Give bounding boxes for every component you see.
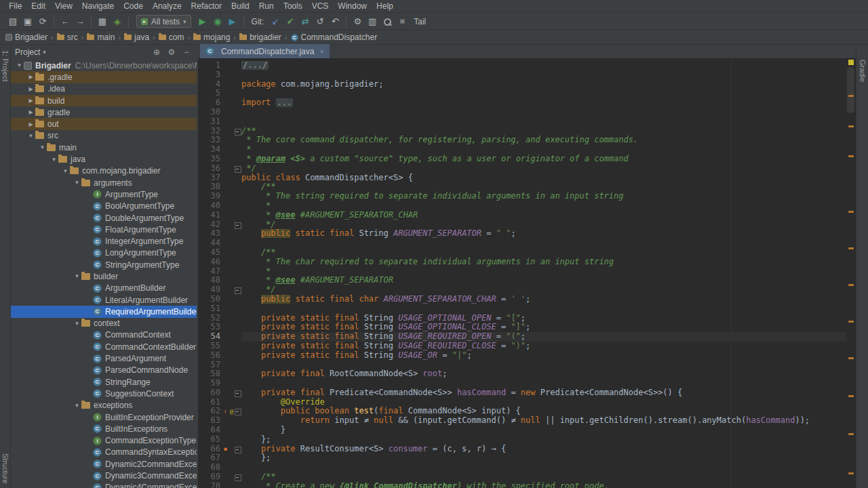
expanded-arrow-icon[interactable]: ▼ (38, 144, 47, 150)
fold-marker-icon[interactable] (235, 164, 241, 174)
stripe-mark[interactable] (848, 125, 854, 127)
tree-item-Brigadier[interactable]: ▼BrigadierC:\Users\Dinnerbone\workspace\… (11, 60, 197, 71)
code-line-51[interactable]: 51 (198, 304, 846, 314)
code-line-60[interactable]: 60 private final Predicate<CommandNode<S… (198, 388, 846, 398)
stripe-mark[interactable] (848, 247, 854, 249)
tree-item-gradle[interactable]: ▶gradle (11, 106, 197, 118)
code-line-38[interactable]: 38 /** (198, 182, 846, 192)
vcs-revert-icon[interactable]: ↶ (328, 16, 342, 26)
code-line-61[interactable]: 61 @Override (198, 398, 846, 407)
collapse-all-icon[interactable]: − (180, 47, 193, 57)
run-configurations-select[interactable]: ▸All tests▾ (136, 15, 191, 28)
menu-item-view[interactable]: View (50, 1, 77, 11)
fold-marker-icon[interactable] (235, 285, 241, 295)
tree-item-LongArgumentType[interactable]: CLongArgumentType (11, 247, 197, 259)
code-line-49[interactable]: 49 */ (198, 285, 846, 295)
expanded-arrow-icon[interactable]: ▼ (15, 62, 24, 68)
code-line-31[interactable]: 31 (198, 117, 846, 127)
code-line-30[interactable]: 30 (198, 108, 846, 117)
code-line-58[interactable]: 58 private final RootCommandNode<S> root… (198, 369, 846, 379)
tree-item-com.mojang.brigadier[interactable]: ▼com.mojang.brigadier (11, 165, 197, 177)
menu-item-navigate[interactable]: Navigate (77, 1, 119, 11)
expanded-arrow-icon[interactable]: ▼ (73, 273, 81, 279)
stripe-mark[interactable] (848, 211, 854, 213)
stripe-mark[interactable] (848, 155, 854, 157)
run-icon[interactable]: ▶ (195, 16, 210, 26)
tree-item-main[interactable]: ▼main (11, 142, 197, 153)
expanded-arrow-icon[interactable]: ▼ (50, 157, 58, 163)
vcs-commit-icon[interactable]: ✔ (283, 16, 298, 26)
fold-marker-icon[interactable] (235, 407, 241, 416)
code-line-46[interactable]: 46 * The char required to separate indiv… (198, 258, 846, 267)
fold-marker-icon[interactable] (235, 445, 241, 454)
code-line-54[interactable]: 54 private static final String USAGE_REQ… (198, 332, 846, 342)
code-line-56[interactable]: 56 private static final String USAGE_OR … (198, 351, 846, 361)
code-line-70[interactable]: 70 * Create a new {@link CommandDispatch… (198, 482, 846, 488)
tree-item-.gradle[interactable]: ▶.gradle (11, 71, 197, 83)
code-line-48[interactable]: 48 * @see #ARGUMENT_SEPARATOR (198, 276, 846, 285)
tree-item-BuiltInExceptions[interactable]: CBuiltInExceptions (11, 423, 197, 434)
code-line-63[interactable]: 63 return input ≠ null && (input.getComm… (198, 416, 846, 426)
code-line-55[interactable]: 55 private static final String USAGE_REQ… (198, 342, 846, 351)
stripe-mark[interactable] (848, 321, 854, 323)
tree-item-CommandContextBuilder[interactable]: CCommandContextBuilder (11, 341, 197, 352)
code-line-44[interactable]: 44 (198, 239, 846, 248)
code-line-67[interactable]: 67 }; (198, 453, 846, 463)
breadcrumb-mojang[interactable]: mojang (193, 33, 230, 42)
tree-item-out[interactable]: ▶out (11, 118, 197, 129)
tree-item-CommandContext[interactable]: CCommandContext (11, 329, 197, 341)
code-line-50[interactable]: 50 public static final char ARGUMENT_SEP… (198, 295, 846, 304)
build-tool-icon[interactable]: ▥ (365, 16, 380, 26)
menu-item-help[interactable]: Help (372, 1, 398, 11)
run-coverage-icon[interactable]: ◉ (210, 16, 225, 26)
tree-item-ArgumentBuilder[interactable]: CArgumentBuilder (11, 283, 197, 294)
menu-item-build[interactable]: Build (226, 1, 254, 11)
code-line-57[interactable]: 57 (198, 361, 846, 370)
tree-item-FloatArgumentType[interactable]: CFloatArgumentType (11, 224, 197, 235)
stripe-mark[interactable] (848, 284, 854, 286)
search-everywhere-icon[interactable] (382, 17, 392, 26)
tree-item-CommandExceptionType[interactable]: ICommandExceptionType (11, 435, 197, 447)
expanded-arrow-icon[interactable]: ▼ (73, 321, 81, 327)
code-line-65[interactable]: 65 }; (198, 435, 846, 445)
breadcrumb-commanddispatcher[interactable]: CCommandDispatcher (291, 33, 378, 42)
tree-item-StringArgumentType[interactable]: CStringArgumentType (11, 259, 197, 270)
code-line-3[interactable]: 3 (198, 70, 846, 80)
annotation-icon[interactable]: @ (229, 408, 235, 415)
menu-item-tools[interactable]: Tools (279, 1, 307, 11)
code-line-4[interactable]: 4package com.mojang.brigadier; (198, 80, 846, 89)
tree-item-LiteralArgumentBuilder[interactable]: CLiteralArgumentBuilder (11, 294, 197, 306)
collapsed-arrow-icon[interactable]: ▶ (26, 121, 35, 127)
stripe-mark[interactable] (848, 395, 854, 397)
tree-item-java[interactable]: ▼java (11, 153, 197, 165)
vcs-update-icon[interactable]: ↙ (268, 16, 283, 26)
forward-icon[interactable]: → (73, 16, 87, 26)
tree-item-SuggestionContext[interactable]: CSuggestionContext (11, 388, 197, 399)
code-line-64[interactable]: 64 } (198, 426, 846, 435)
code-line-47[interactable]: 47 * (198, 267, 846, 277)
tree-item-exceptions[interactable]: ▼exceptions (11, 400, 197, 411)
code-line-40[interactable]: 40 * (198, 201, 846, 211)
code-line-35[interactable]: 35 * @param <S> a custom "source" type, … (198, 155, 846, 164)
gear-icon[interactable]: ⚙ (165, 47, 178, 57)
fold-marker-icon[interactable] (235, 220, 241, 230)
code-line-37[interactable]: 37public class CommandDispatcher<S> { (198, 174, 846, 183)
code-line-41[interactable]: 41 * @see #ARGUMENT_SEPARATOR_CHAR (198, 211, 846, 220)
tree-item-DoubleArgumentType[interactable]: CDoubleArgumentType (11, 212, 197, 224)
code-line-43[interactable]: 43 public static final String ARGUMENT_S… (198, 229, 846, 239)
code-line-69[interactable]: 69 /** (198, 472, 846, 482)
cleanup-icon[interactable]: ◈ (110, 16, 125, 26)
code-line-68[interactable]: 68 (198, 463, 846, 472)
code-line-62[interactable]: 62↑@ public boolean test(final CommandNo… (198, 407, 846, 416)
code-line-42[interactable]: 42 */ (198, 220, 846, 230)
collapsed-arrow-icon[interactable]: ▶ (26, 74, 35, 80)
open-project-icon[interactable]: ▤ (5, 16, 20, 26)
tree-item-BoolArgumentType[interactable]: CBoolArgumentType (11, 201, 197, 212)
structure-view-icon[interactable]: ≡ (395, 16, 410, 26)
stripe-mark[interactable] (848, 357, 854, 359)
tree-item-Dynamic4CommandException[interactable]: CDynamic4CommandException (11, 482, 197, 488)
tree-item-ArgumentType[interactable]: IArgumentType (11, 188, 197, 200)
tree-item-arguments[interactable]: ▼arguments (11, 177, 197, 188)
code-line-53[interactable]: 53 private static final String USAGE_OPT… (198, 323, 846, 332)
code-line-45[interactable]: 45 /** (198, 248, 846, 258)
